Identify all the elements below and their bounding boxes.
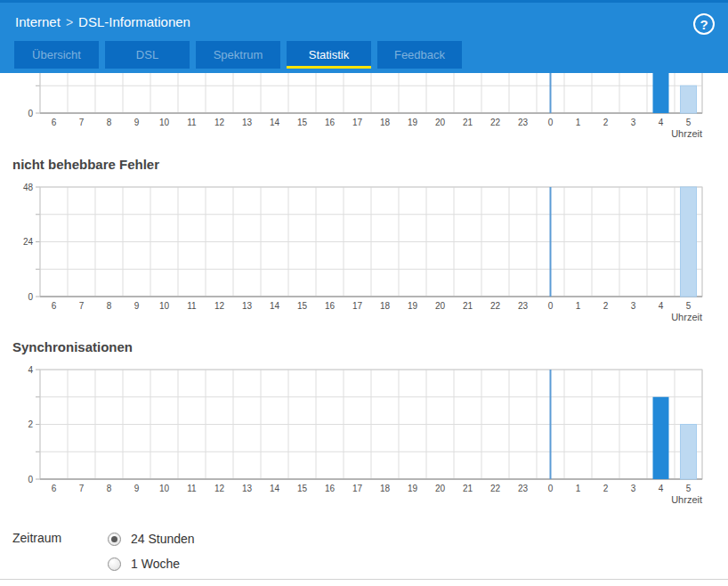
x-tick-label: 6 bbox=[52, 301, 57, 311]
x-tick-label: 2 bbox=[603, 118, 609, 127]
x-tick-label: 7 bbox=[79, 484, 85, 493]
x-tick-label: 8 bbox=[107, 118, 112, 127]
bar-hour-5 bbox=[681, 425, 697, 480]
y-tick-label: 4 bbox=[28, 365, 33, 375]
x-tick-label: 1 bbox=[576, 484, 581, 493]
x-tick-label: 23 bbox=[518, 484, 529, 493]
x-tick-label: 23 bbox=[518, 301, 529, 311]
x-tick-label: 15 bbox=[297, 118, 308, 127]
x-tick-label: 11 bbox=[187, 118, 197, 127]
x-tick-label: 7 bbox=[79, 301, 85, 311]
x-tick-label: 15 bbox=[297, 301, 308, 311]
x-tick-label: 0 bbox=[548, 118, 554, 127]
x-tick-label: 8 bbox=[107, 301, 112, 311]
chart-errors-uncorrectable: 0244867891011121314151617181920212223012… bbox=[0, 178, 728, 331]
x-tick-label: 12 bbox=[214, 118, 225, 127]
tab-dsl[interactable]: DSL bbox=[105, 41, 190, 69]
x-tick-label: 11 bbox=[187, 484, 197, 493]
content-area: 0244867891011121314151617181920212223012… bbox=[0, 0, 728, 586]
x-tick-label: 5 bbox=[686, 301, 692, 311]
separator bbox=[0, 579, 728, 580]
x-tick-label: 16 bbox=[325, 118, 336, 127]
x-axis-caption: Uhrzeit bbox=[671, 128, 702, 139]
tab-bar: ÜbersichtDSLSpektrumStatistikFeedback bbox=[14, 41, 462, 69]
tab-spektrum[interactable]: Spektrum bbox=[196, 41, 280, 69]
zeitraum-label: Zeitraum bbox=[12, 531, 61, 545]
x-tick-label: 4 bbox=[659, 301, 664, 311]
x-tick-label: 16 bbox=[325, 484, 336, 493]
x-tick-label: 8 bbox=[107, 484, 112, 493]
chart-title: nicht behebbare Fehler bbox=[12, 157, 159, 172]
x-tick-label: 3 bbox=[631, 118, 636, 127]
y-tick-label: 0 bbox=[28, 292, 33, 302]
x-tick-label: 17 bbox=[352, 301, 363, 311]
x-tick-label: 15 bbox=[297, 484, 308, 493]
y-tick-label: 0 bbox=[28, 475, 33, 484]
x-tick-label: 14 bbox=[270, 301, 280, 311]
radio-option-24-stunden[interactable]: 24 Stunden bbox=[108, 532, 195, 546]
x-tick-label: 3 bbox=[631, 484, 636, 493]
bar-hour-4 bbox=[653, 397, 669, 479]
x-tick-label: 6 bbox=[52, 118, 57, 127]
x-tick-label: 5 bbox=[686, 484, 692, 493]
x-tick-label: 22 bbox=[490, 118, 501, 127]
chart-plot: 0246789101112131415161718192021222301234… bbox=[0, 361, 728, 510]
x-tick-label: 9 bbox=[134, 118, 140, 127]
x-tick-label: 13 bbox=[242, 301, 253, 311]
y-tick-label: 2 bbox=[28, 419, 33, 429]
x-tick-label: 22 bbox=[490, 301, 501, 311]
x-tick-label: 0 bbox=[548, 484, 554, 493]
x-tick-label: 6 bbox=[52, 484, 57, 493]
x-tick-label: 4 bbox=[659, 484, 664, 493]
breadcrumb-separator: > bbox=[61, 15, 78, 29]
tab-feedback[interactable]: Feedback bbox=[377, 41, 462, 69]
x-tick-label: 20 bbox=[435, 301, 446, 311]
x-tick-label: 13 bbox=[242, 118, 253, 127]
x-tick-label: 18 bbox=[380, 118, 391, 127]
chart-title: Synchronisationen bbox=[12, 339, 133, 354]
x-tick-label: 9 bbox=[134, 301, 140, 311]
x-tick-label: 1 bbox=[576, 118, 581, 127]
x-tick-label: 19 bbox=[408, 484, 418, 493]
x-tick-label: 22 bbox=[490, 484, 501, 493]
x-tick-label: 10 bbox=[159, 118, 170, 127]
x-tick-label: 13 bbox=[242, 484, 253, 493]
radio-option-1-woche[interactable]: 1 Woche bbox=[108, 557, 180, 571]
x-tick-label: 4 bbox=[659, 118, 664, 127]
y-tick-label: 48 bbox=[23, 183, 34, 192]
radio-unselected-icon[interactable] bbox=[108, 558, 121, 571]
chart-synchronisations: 0246789101112131415161718192021222301234… bbox=[0, 361, 728, 514]
x-tick-label: 17 bbox=[352, 484, 363, 493]
bar-hour-5 bbox=[681, 187, 697, 297]
question-mark-icon: ? bbox=[700, 17, 708, 32]
radio-option-label: 1 Woche bbox=[131, 557, 180, 571]
x-tick-label: 19 bbox=[408, 118, 418, 127]
x-tick-label: 12 bbox=[214, 301, 225, 311]
x-tick-label: 11 bbox=[187, 301, 197, 311]
x-tick-label: 2 bbox=[603, 484, 609, 493]
x-tick-label: 2 bbox=[603, 301, 609, 311]
y-tick-label: 0 bbox=[28, 109, 33, 118]
x-axis-caption: Uhrzeit bbox=[671, 494, 702, 505]
breadcrumb: Internet>DSL-Informationen bbox=[15, 14, 190, 29]
x-tick-label: 21 bbox=[463, 484, 473, 493]
x-tick-label: 20 bbox=[435, 118, 446, 127]
breadcrumb-page: DSL-Informationen bbox=[78, 14, 190, 29]
x-tick-label: 18 bbox=[380, 484, 391, 493]
x-axis-caption: Uhrzeit bbox=[671, 312, 702, 322]
page: 0244867891011121314151617181920212223012… bbox=[0, 0, 728, 586]
x-tick-label: 10 bbox=[159, 484, 170, 493]
bar-hour-5 bbox=[681, 85, 697, 113]
breadcrumb-section[interactable]: Internet bbox=[15, 14, 61, 29]
tab-statistik[interactable]: Statistik bbox=[287, 41, 371, 69]
x-tick-label: 12 bbox=[214, 484, 225, 493]
x-tick-label: 23 bbox=[518, 118, 529, 127]
tab-ubersicht[interactable]: Übersicht bbox=[14, 41, 99, 69]
x-tick-label: 3 bbox=[631, 301, 636, 311]
radio-selected-icon[interactable] bbox=[108, 533, 121, 546]
x-tick-label: 0 bbox=[548, 301, 554, 311]
x-tick-label: 17 bbox=[352, 118, 363, 127]
help-button[interactable]: ? bbox=[693, 13, 715, 35]
x-tick-label: 1 bbox=[576, 301, 581, 311]
y-tick-label: 24 bbox=[23, 237, 34, 247]
